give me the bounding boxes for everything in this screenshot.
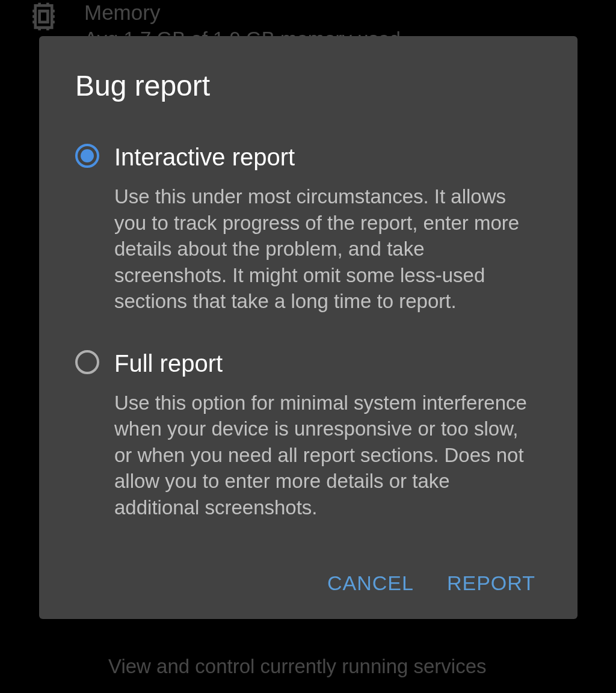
full-report-option[interactable]: Full report Use this option for minimal … (69, 348, 547, 521)
full-report-title: Full report (114, 348, 547, 379)
report-button[interactable]: REPORT (447, 571, 535, 595)
interactive-report-description: Use this under most circumstances. It al… (114, 183, 547, 315)
interactive-report-title: Interactive report (114, 141, 547, 173)
cancel-button[interactable]: CANCEL (327, 571, 414, 595)
full-report-description: Use this option for minimal system inter… (114, 390, 547, 521)
interactive-report-option[interactable]: Interactive report Use this under most c… (69, 141, 547, 315)
dialog-title: Bug report (69, 69, 547, 102)
bug-report-dialog: Bug report Interactive report Use this u… (39, 36, 578, 619)
radio-button-unselected[interactable] (75, 350, 99, 374)
radio-button-selected[interactable] (75, 144, 99, 168)
dialog-button-row: CANCEL REPORT (69, 571, 547, 595)
